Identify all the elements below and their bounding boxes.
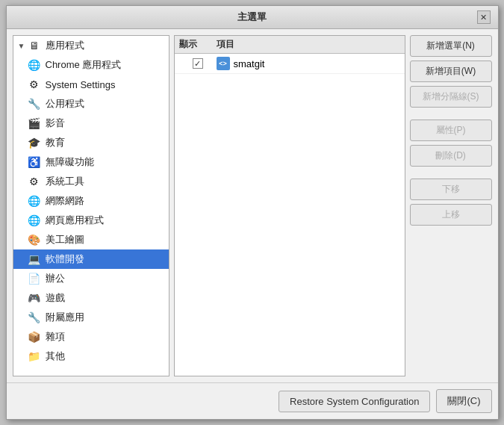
checkbox[interactable] [193,58,203,69]
items-table: 顯示 項目 <>smatgit [174,35,405,376]
item-label: smatgit [234,58,265,69]
titlebar: 主選單 ✕ [7,6,498,29]
tree-item-label: 系統工具 [46,175,84,188]
tree-item-system-settings[interactable]: ⚙System Settings [13,75,169,94]
tree-item-label: 附屬應用 [46,311,84,324]
tree-item-icon: ⚙ [27,174,42,189]
tree-item-accessibility[interactable]: ♿無障礙功能 [13,152,169,172]
restore-button[interactable]: Restore System Configuration [279,391,430,412]
tree-item-system-tools[interactable]: ⚙系統工具 [13,172,169,191]
add-menu-button[interactable]: 新增選單(N) [410,35,492,57]
delete-button[interactable]: 刪除(D) [410,145,492,167]
tree-item-video[interactable]: 🎬影音 [13,114,169,133]
item-code-icon: <> [217,57,230,70]
add-separator-button[interactable]: 新增分隔線(S) [410,86,492,108]
tree-item-graphics[interactable]: 🎨美工繪圖 [13,230,169,249]
tree-item-web-apps[interactable]: 🌐網頁應用程式 [13,211,169,230]
tree-item-label: 教育 [46,136,65,149]
tree-item-games[interactable]: 🎮遊戲 [13,288,169,308]
tree-item-chrome[interactable]: 🌐Chrome 應用程式 [13,55,169,75]
table-header: 顯示 項目 [175,36,405,54]
tree-item-icon: 📁 [27,349,42,364]
check-cell [179,58,217,69]
tree-item-label: 無障礙功能 [46,155,94,169]
col-show-header: 顯示 [179,38,217,51]
right-buttons: 新增選單(N) 新增項目(W) 新增分隔線(S) 屬性(P) 刪除(D) 下移 … [410,35,492,376]
tree-item-education[interactable]: 🎓教育 [13,133,169,152]
tree-item-label: 網際網路 [46,194,84,208]
bottom-bar: Restore System Configuration 關閉(C) [7,382,498,419]
main-section: 顯示 項目 <>smatgit [174,35,405,376]
properties-button[interactable]: 屬性(P) [410,120,492,141]
main-dialog: 主選單 ✕ ▼🖥應用程式🌐Chrome 應用程式⚙System Settings… [6,5,499,420]
tree-item-applications[interactable]: ▼🖥應用程式 [13,36,169,55]
tree-item-office[interactable]: 📄辦公 [13,269,169,288]
tree-item-icon: 📄 [27,271,42,286]
move-down-button[interactable]: 下移 [410,179,492,200]
tree-item-internet[interactable]: 🌐網際網路 [13,191,169,211]
col-item-header: 項目 [217,38,400,51]
tree-item-icon: ♿ [27,155,42,170]
tree-item-icon: ⚙ [27,77,42,92]
tree-item-dev[interactable]: 💻軟體開發 [13,249,169,269]
tree-item-label: 其他 [46,350,65,363]
tree-item-icon: 🎬 [27,116,42,131]
tree-item-label: 軟體開發 [46,252,84,266]
tree-item-icon: 🖥 [27,38,42,53]
tree-item-label: 影音 [46,117,65,130]
table-body: <>smatgit [175,54,405,376]
tree-item-label: 網頁應用程式 [46,214,104,227]
close-x-button[interactable]: ✕ [477,10,491,24]
dialog-title: 主選單 [28,10,477,24]
add-item-button[interactable]: 新增項目(W) [410,61,492,82]
tree-item-label: 遊戲 [46,291,65,305]
tree-item-label: 辦公 [46,272,65,285]
tree-item-label: Chrome 應用程式 [46,58,122,72]
tree-item-icon: 🌐 [27,58,42,72]
move-up-button[interactable]: 上移 [410,204,492,226]
tree-item-label: 雜項 [46,330,65,344]
tree-item-misc[interactable]: 📦雜項 [13,327,169,347]
tree-toggle-icon: ▼ [16,42,27,50]
tree-item-icon: 🔧 [27,310,42,325]
tree-item-icon: 🌐 [27,193,42,208]
table-row[interactable]: <>smatgit [175,54,405,74]
tree-item-other[interactable]: 📁其他 [13,347,169,366]
tree-item-icon: 💻 [27,252,42,267]
tree-item-label: 公用程式 [46,97,84,111]
tree-item-label: System Settings [46,79,116,90]
content-area: ▼🖥應用程式🌐Chrome 應用程式⚙System Settings🔧公用程式🎬… [7,29,498,382]
tree-item-icon: 🎮 [27,291,42,305]
tree-item-icon: 📦 [27,329,42,344]
tree-item-icon: 🎓 [27,135,42,150]
tree-item-utilities[interactable]: 🔧公用程式 [13,94,169,114]
tree-item-label: 美工繪圖 [46,233,84,246]
tree-item-icon: 🌐 [27,213,42,228]
category-tree: ▼🖥應用程式🌐Chrome 應用程式⚙System Settings🔧公用程式🎬… [13,35,169,376]
tree-item-icon: 🔧 [27,96,42,111]
close-button[interactable]: 關閉(C) [436,389,491,413]
item-cell: <>smatgit [217,57,400,70]
tree-item-label: 應用程式 [46,39,84,52]
tree-item-icon: 🎨 [27,232,42,247]
tree-item-accessories[interactable]: 🔧附屬應用 [13,308,169,327]
